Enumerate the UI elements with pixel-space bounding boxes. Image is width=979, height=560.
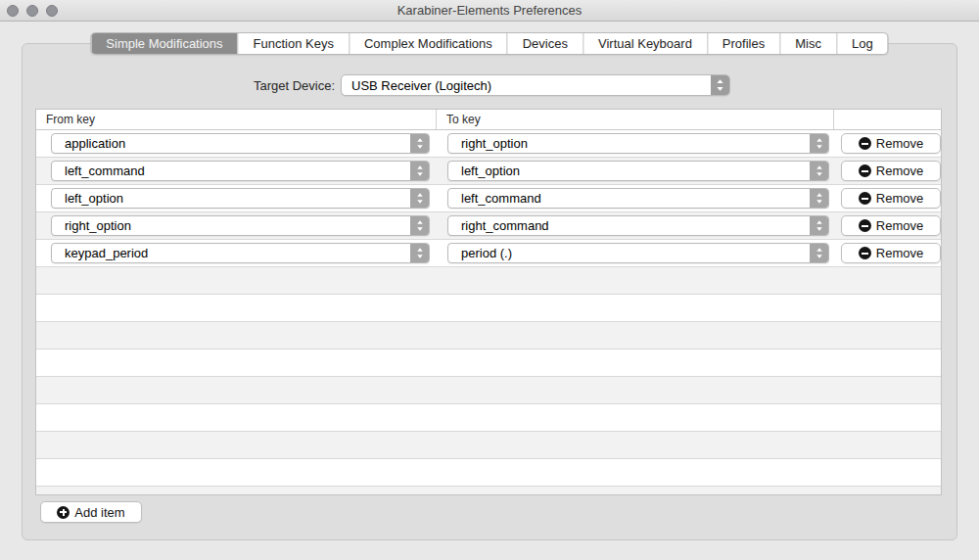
add-item-button-label: Add item [74, 505, 124, 520]
chevron-up-down-icon [810, 189, 828, 208]
to-key-select[interactable]: left_option [447, 161, 829, 181]
from-key-select[interactable]: left_option [51, 188, 430, 209]
table-header: From key To key [36, 110, 941, 130]
target-device-value: USB Receiver (Logitech) [342, 75, 729, 96]
remove-button-label: Remove [876, 136, 923, 151]
to-key-value: left_command [448, 189, 828, 209]
to-key-value: period (.) [448, 244, 828, 263]
remove-button-label: Remove [876, 246, 923, 260]
window-title: Karabiner-Elements Preferences [0, 0, 979, 22]
add-item-button[interactable]: Add item [40, 501, 142, 523]
preferences-panel: Target Device: USB Receiver (Logitech) F… [22, 43, 957, 540]
from-key-value: right_option [52, 216, 429, 236]
table-row-empty [36, 322, 941, 350]
minus-circle-icon [859, 247, 871, 259]
from-key-value: keypad_period [52, 244, 429, 263]
chevron-up-down-icon [410, 162, 429, 180]
tab-profiles[interactable]: Profiles [707, 33, 779, 54]
chevron-up-down-icon [810, 134, 828, 153]
modifications-table: From key To key application right_option… [35, 109, 942, 495]
table-row-empty [36, 432, 941, 459]
minus-circle-icon [859, 137, 871, 150]
chevron-up-down-icon [810, 216, 828, 235]
to-key-select[interactable]: period (.) [447, 243, 829, 263]
tab-misc[interactable]: Misc [779, 33, 836, 54]
table-body: application right_option Remove left_com… [36, 130, 941, 494]
remove-button[interactable]: Remove [841, 215, 941, 236]
remove-button-label: Remove [876, 163, 923, 178]
tab-virtual-keyboard[interactable]: Virtual Keyboard [583, 33, 707, 54]
to-key-select[interactable]: left_command [447, 188, 829, 209]
from-key-value: left_command [52, 162, 429, 181]
minus-circle-icon [859, 164, 871, 177]
table-row-empty [36, 459, 941, 487]
chevron-up-down-icon [410, 134, 429, 153]
title-bar: Karabiner-Elements Preferences [0, 0, 979, 22]
table-row: application right_option Remove [36, 130, 941, 158]
chevron-up-down-icon [410, 216, 429, 235]
to-key-value: left_option [448, 162, 828, 181]
tab-simple-modifications[interactable]: Simple Modifications [91, 33, 237, 54]
minus-circle-icon [859, 219, 871, 232]
to-key-select[interactable]: right_command [447, 215, 829, 236]
from-key-select[interactable]: application [51, 133, 430, 154]
remove-button[interactable]: Remove [841, 161, 941, 181]
target-device-label: Target Device: [23, 78, 335, 93]
chevron-up-down-icon [410, 244, 429, 262]
tab-bar: Simple Modifications Function Keys Compl… [90, 32, 888, 55]
table-row: left_command left_option Remove [36, 158, 941, 185]
tab-function-keys[interactable]: Function Keys [238, 33, 349, 54]
minus-circle-icon [859, 192, 871, 205]
column-header-from-key: From key [36, 110, 436, 129]
from-key-select[interactable]: right_option [51, 215, 430, 236]
table-row-empty [36, 267, 941, 295]
plus-circle-icon [57, 506, 70, 519]
from-key-select[interactable]: keypad_period [51, 243, 430, 263]
column-header-to-key: To key [436, 110, 833, 129]
to-key-select[interactable]: right_option [447, 133, 829, 154]
chevron-up-down-icon [711, 75, 729, 95]
from-key-value: application [52, 134, 429, 154]
to-key-value: right_command [448, 216, 828, 236]
table-row-empty [36, 350, 941, 377]
table-row: keypad_period period (.) Remove [36, 240, 941, 267]
table-row: left_option left_command Remove [36, 185, 941, 212]
table-row-empty [36, 377, 941, 404]
tab-devices[interactable]: Devices [507, 33, 583, 54]
remove-button[interactable]: Remove [841, 188, 941, 209]
from-key-value: left_option [52, 189, 429, 209]
table-row: right_option right_command Remove [36, 212, 941, 240]
remove-button-label: Remove [876, 218, 923, 233]
chevron-up-down-icon [410, 189, 429, 208]
table-row-empty [36, 295, 941, 322]
to-key-value: right_option [448, 134, 828, 154]
remove-button[interactable]: Remove [841, 243, 941, 263]
remove-button-label: Remove [876, 191, 923, 206]
table-row-empty [36, 404, 941, 432]
target-device-select[interactable]: USB Receiver (Logitech) [341, 74, 730, 96]
table-row-empty [36, 487, 941, 494]
remove-button[interactable]: Remove [841, 133, 941, 154]
chevron-up-down-icon [810, 162, 828, 180]
column-header-actions [833, 110, 941, 129]
tab-complex-modifications[interactable]: Complex Modifications [349, 33, 507, 54]
from-key-select[interactable]: left_command [51, 161, 430, 181]
chevron-up-down-icon [810, 244, 828, 262]
tab-log[interactable]: Log [836, 33, 888, 54]
